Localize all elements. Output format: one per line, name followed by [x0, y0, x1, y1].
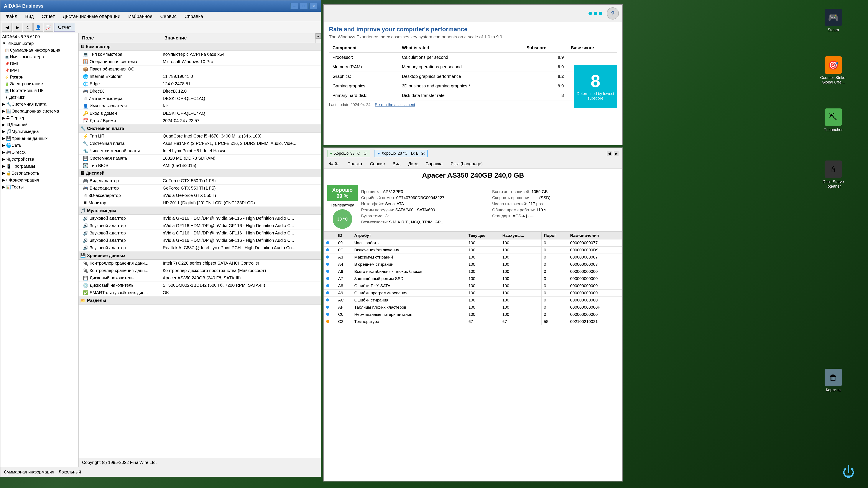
sidebar-item-directx[interactable]: ▶ 🎮 DirectX [0, 149, 78, 156]
help-button[interactable]: ? [607, 7, 619, 20]
sidebar-item-portable[interactable]: 💻 Портативный ПК [0, 87, 78, 94]
recycle-icon: 🗑 [825, 369, 842, 386]
row-value: QuadCore Intel Core i5-4670, 3400 MHz (3… [161, 133, 321, 139]
menu-report[interactable]: Отчёт [38, 12, 58, 21]
sidebar-item-power[interactable]: 🔋 Электропитание [0, 80, 78, 87]
smart-worst: 100 [500, 282, 541, 290]
sidebar[interactable]: AIDA64 v6.75.6100 ▼ 🖥 Компьютер 📋 Суммар… [0, 33, 79, 467]
desktop-icon-dont-starve[interactable]: 🕯 Don't Starve Together [816, 161, 850, 189]
sidebar-label-display: Дисплей [10, 122, 28, 127]
tlauncher-label: TLauncher [824, 128, 843, 132]
sidebar-item-computer-name[interactable]: 💻 Имя компьютера [0, 54, 78, 60]
computer-section-title: Компьютер [86, 44, 111, 49]
sidebar-label-computer-name: Имя компьютера [10, 55, 44, 59]
table-row: A3 Максимум стираний 100 100 0 000000000… [324, 254, 622, 261]
hdd-info-row: Число включений: 217 раз [492, 201, 619, 206]
sidebar-item-programs[interactable]: ▶ 📱 Программы [0, 163, 78, 170]
sidebar-item-network[interactable]: ▶ 🌐 Сеть [0, 142, 78, 149]
value-column-header: Значение [161, 33, 315, 43]
computer-section-icon: 🖥 [80, 44, 85, 49]
storage-section-title: Хранение данных [87, 253, 125, 258]
menu-view[interactable]: Вид [22, 12, 37, 21]
bottom-text-co: Co [471, 431, 477, 437]
hdd-menu-help[interactable]: Справка [422, 160, 446, 168]
wei-panel: ? Rate and improve your computer's perfo… [323, 4, 623, 145]
sidebar-item-multimedia[interactable]: ▶ 🎵 Мультимедиа [0, 128, 78, 135]
display-expand-icon: ▶ [2, 122, 5, 127]
sidebar-item-ipmi[interactable]: 📌 IPMI [0, 67, 78, 74]
desktop-icon-recycle[interactable]: 🗑 Корзина [816, 369, 850, 392]
menu-help[interactable]: Справка [181, 12, 207, 21]
refresh-button[interactable]: ↻ [23, 23, 33, 32]
smart-dot [324, 304, 336, 311]
sidebar-item-summary[interactable]: 📋 Суммарная информация [0, 47, 78, 54]
scroll-up-button[interactable]: ▲ [315, 33, 321, 39]
sidebar-item-tests[interactable]: ▶ 📊 Тесты [0, 184, 78, 190]
desktop-icon-csgo[interactable]: 🎯 Counter-Strike: Global Offe... [816, 56, 850, 85]
user-button[interactable]: 👤 [33, 23, 43, 32]
sidebar-item-display[interactable]: ▶ 🖥 Дисплей [0, 121, 78, 128]
rerun-link[interactable]: Re-run the assessment [375, 103, 415, 107]
transfer-value: SATA/600 | SATA/600 [395, 207, 435, 212]
menu-file[interactable]: Файл [2, 12, 21, 21]
sidebar-label-dmi: DMI [10, 61, 18, 66]
sidebar-item-sensors[interactable]: 🌡 Датчики [0, 94, 78, 101]
standard-value: ACS-4 | ---- [513, 214, 534, 218]
report-button[interactable]: Отчёт [54, 23, 75, 32]
forward-button[interactable]: ▶ [12, 23, 22, 32]
sidebar-item-devices[interactable]: ▶ 🔌 Устройства [0, 156, 78, 163]
field-icon: 💻 [83, 52, 88, 57]
power-button[interactable]: ⏻ [842, 464, 855, 479]
desktop-icon-tlauncher[interactable]: ⛏ TLauncher [816, 108, 850, 132]
wei-col-component: Component [329, 43, 398, 53]
hdd-menu-file[interactable]: Файл [326, 160, 343, 168]
power-on-value: 217 раз [528, 201, 543, 206]
sidebar-label-security: Безопасность [11, 171, 39, 176]
sidebar-item-overclock[interactable]: ⚡ Разгон [0, 74, 78, 80]
sidebar-item-config[interactable]: ▶ ⚙ Конфигурация [0, 176, 78, 184]
hdd-menu-disk[interactable]: Диск [405, 160, 421, 168]
sidebar-item-os[interactable]: ▶ 🪟 Операционная система [0, 107, 78, 115]
hdd-nav-left[interactable]: ◀ [607, 151, 612, 156]
sidebar-label-portable: Портативный ПК [10, 88, 43, 93]
sidebar-item-server[interactable]: ▶ 🖧 Сервер [0, 115, 78, 121]
hdd-menu-service[interactable]: Сервис [367, 160, 389, 168]
sidebar-item-computer[interactable]: ▼ 🖥 Компьютер [0, 40, 78, 47]
smart-raw: 000000000000 [568, 275, 622, 282]
menu-remote[interactable]: Дистанционные операции [59, 12, 124, 21]
table-row: 🔊 Звуковой адаптер Realtek ALC887 @ Inte… [79, 244, 321, 252]
hdd-menu-edit[interactable]: Правка [344, 160, 366, 168]
row-component: Processor: [329, 53, 398, 62]
smart-thresh: 0 [541, 268, 568, 275]
sidebar-item-storage[interactable]: ▶ 💾 Хранение данных [0, 135, 78, 142]
table-row: C2 Температура 67 67 58 002100210021 [324, 318, 622, 325]
close-button[interactable]: ✕ [309, 3, 317, 9]
sidebar-item-dmi[interactable]: 📌 DMI [0, 60, 78, 67]
hdd-menu-lang[interactable]: Язык(Language) [447, 160, 486, 168]
sidebar-item-sysboard[interactable]: ▶ 🔧 Системная плата [0, 101, 78, 107]
hdd-nav-right[interactable]: ▶ [614, 151, 619, 156]
smart-attr: Температура [352, 318, 466, 325]
sidebar-item-security[interactable]: ▶ 🔒 Безопасность [0, 170, 78, 176]
maximize-button[interactable]: □ [300, 3, 308, 9]
chart-button[interactable]: 📈 [44, 23, 53, 32]
smart-worst: 100 [500, 304, 541, 311]
hdd-info-row: Буква тома: C: [361, 214, 488, 219]
field-text: 3D-акселератор [89, 193, 121, 198]
minimize-button[interactable]: ─ [290, 3, 298, 9]
desktop-icon-steam[interactable]: 🎮 Steam [816, 9, 850, 32]
table-row: 💿 Дисковый накопитель ST500DM002-1BD142 … [79, 282, 321, 289]
hdd-menu-view[interactable]: Вид [389, 160, 404, 168]
content-scroll[interactable]: 🖥 Компьютер 💻 Тип компьютера Компьютер с… [79, 43, 321, 458]
chipset-icon: 🔩 [83, 148, 88, 154]
volume-label: Буква тома [361, 214, 382, 218]
menu-favorites[interactable]: Избранное [125, 12, 156, 21]
back-button[interactable]: ◀ [2, 23, 12, 32]
row-value: nVidia GF116 HDMI/DP @ nVidia GF116 - Hi… [161, 222, 321, 229]
smart-raw: 000000000003 [568, 261, 622, 268]
row-value: 2024-04-24 / 23:57 [161, 117, 321, 124]
title-bar-controls: ─ □ ✕ [290, 3, 317, 9]
menu-service[interactable]: Сервис [157, 12, 180, 21]
smart-attr: В среднем стираний [352, 261, 466, 268]
multimedia-section-header: 🎵 Мультимедиа [79, 207, 321, 215]
